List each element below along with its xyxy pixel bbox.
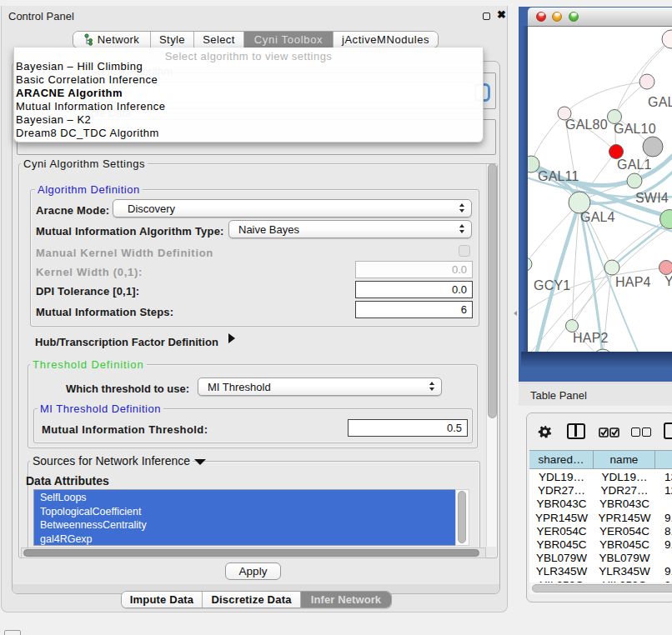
svg-text:HAP2: HAP2 bbox=[573, 331, 609, 345]
svg-text:GAL11: GAL11 bbox=[538, 169, 579, 183]
svg-text:HAP4: HAP4 bbox=[615, 275, 651, 289]
svg-text:GCY1: GCY1 bbox=[534, 278, 570, 292]
svg-text:GAL10: GAL10 bbox=[614, 122, 656, 136]
svg-text:GAL4: GAL4 bbox=[580, 210, 615, 224]
svg-text:GAL7: GAL7 bbox=[648, 95, 672, 109]
svg-text:GAL80: GAL80 bbox=[565, 118, 608, 132]
svg-text:GAL1: GAL1 bbox=[617, 158, 652, 172]
svg-text:YJ: YJ bbox=[664, 274, 672, 288]
svg-text:SWI4: SWI4 bbox=[635, 191, 669, 205]
